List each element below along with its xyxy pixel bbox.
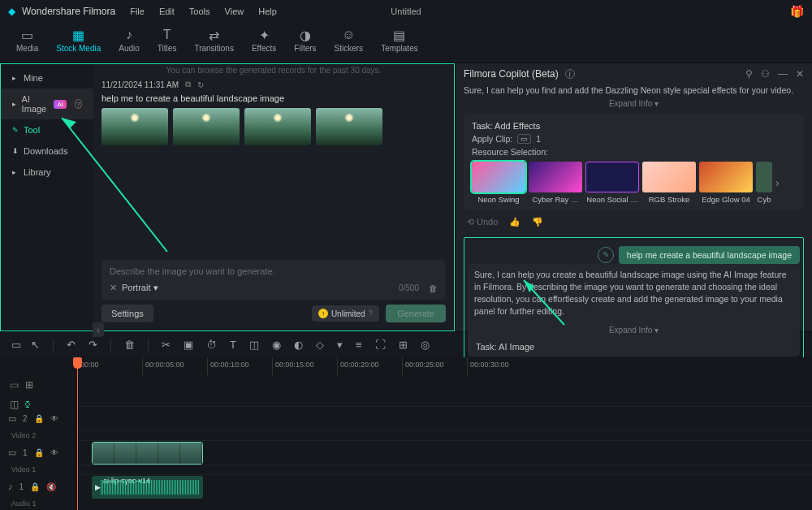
track-a1[interactable]: ▶ ai-lip-sync-v14 [77,474,812,499]
tl-delete-icon[interactable]: 🗑 [124,339,135,351]
collapse-icon[interactable]: ‹ [93,322,104,337]
user-icon[interactable]: ⚇ [761,68,770,80]
track-v1[interactable]: ▶ lip-sync-v14 ✦ [77,440,812,465]
tl-split-icon[interactable]: ✂ [162,339,171,351]
tab-templates[interactable]: ▤Templates [381,28,418,53]
ai-badge: AI [54,100,67,109]
refresh-icon[interactable]: ↻ [197,80,204,89]
tl-record-icon[interactable]: ◉ [272,339,281,351]
playhead[interactable] [77,357,78,510]
tab-stock-media[interactable]: ▦Stock Media [56,28,101,53]
copy-icon[interactable]: ⧉ [185,80,191,89]
ruler-tick[interactable]: 00:00:10:00 [207,357,272,375]
lock-icon[interactable]: 🔒 [34,414,44,423]
gift-icon[interactable]: 🎁 [790,5,804,18]
audio-clip[interactable]: ▶ ai-lip-sync-v14 [92,476,203,499]
unlimited-badge[interactable]: ↑Unlimited? [312,305,379,322]
undo-button[interactable]: ⟲ Undo [467,217,498,227]
menu-help[interactable]: Help [258,6,277,16]
lock-icon[interactable]: 🔒 [34,448,44,457]
tab-audio[interactable]: ♪Audio [119,28,140,53]
generated-thumb[interactable] [244,108,311,145]
effects-icon: ✦ [259,28,270,42]
tab-media[interactable]: ▭Media [16,28,38,53]
fx-edge-glow[interactable]: Edge Glow 04 [699,162,753,204]
char-counter: 0/500 [399,283,419,292]
tl-expand-icon[interactable]: ⛶ [375,339,386,351]
tl-group-icon[interactable]: ⊞ [399,339,408,351]
tl-undo-icon[interactable]: ↶ [67,339,76,351]
close-icon[interactable]: ✕ [796,68,804,80]
tl-track-icon[interactable]: ≡ [356,339,362,351]
tl-mask-icon[interactable]: ◎ [421,339,430,351]
tab-filters[interactable]: ◑Filters [294,28,316,53]
tl-opt1-icon[interactable]: ▭ [10,379,19,391]
aspect-icon[interactable]: ✕ [110,283,117,293]
sidebar-item-mine[interactable]: ▸Mine [1,67,93,89]
fx-cyber-ray[interactable]: Cyber Ray … [529,162,582,204]
tl-redo-icon[interactable]: ↷ [89,339,97,351]
minimize-icon[interactable]: — [778,68,788,80]
tl-color-icon[interactable]: ◐ [294,339,303,351]
tab-effects[interactable]: ✦Effects [252,28,276,53]
fx-rgb-stroke[interactable]: RGB Stroke [642,162,696,204]
fx-next-icon[interactable]: › [775,176,780,189]
menu-tools[interactable]: Tools [189,6,210,16]
tab-transitions[interactable]: ⇄Transitions [194,28,234,53]
generated-thumb[interactable] [173,108,240,145]
ruler-tick[interactable]: 00:00 [77,357,142,375]
tl-mark-icon[interactable]: ▾ [337,339,343,351]
video-clip[interactable]: ▶ lip-sync-v14 ✦ [92,442,203,465]
mute-icon[interactable]: 🔇 [46,482,56,491]
ruler-tick[interactable]: 00:00:05:00 [142,357,207,375]
sidebar-item-ai-image[interactable]: ▸AI ImageAI? [1,89,93,119]
ruler-tick[interactable]: 00:00:25:00 [402,357,467,375]
tl-crop-icon[interactable]: ▣ [184,339,193,351]
copilot-info-icon[interactable]: i [565,69,575,79]
lock-icon[interactable]: 🔒 [30,482,40,491]
tl-crop2-icon[interactable]: ◫ [249,339,259,351]
menu-edit[interactable]: Edit [159,6,175,16]
thumbs-down-icon[interactable]: 👎 [532,217,543,227]
eye-icon[interactable]: 👁 [50,448,58,457]
paste-icon[interactable]: ✎ [598,247,614,263]
settings-button[interactable]: Settings [102,305,153,322]
ruler-tick[interactable]: 00:00:20:00 [337,357,402,375]
track-a1-label[interactable]: ♪1🔒🔇 [0,474,77,499]
track-v1-label[interactable]: ▭1🔒👁 [0,440,77,465]
generated-thumb[interactable] [316,108,382,145]
expand-info-2[interactable]: Expand Info ▾ [468,323,800,337]
sidebar-item-downloads[interactable]: ⬇Downloads [1,140,93,162]
prompt-input[interactable]: Describe the image you want to generate. [110,266,438,276]
track-v2-label[interactable]: ▭2🔒👁 [0,406,77,430]
fx-more[interactable]: Cyb [756,162,772,204]
tl-speed-icon[interactable]: ⏱ [206,339,217,351]
track-v2[interactable] [77,406,812,430]
tl-tool-select[interactable]: ▭ [11,339,21,351]
eye-icon[interactable]: 👁 [50,414,58,423]
trash-icon[interactable]: 🗑 [429,283,438,293]
tab-stickers[interactable]: ☺Stickers [335,28,364,53]
tl-tool-pointer[interactable]: ↖ [31,339,40,351]
pin-icon[interactable]: ⚲ [745,68,753,80]
tab-titles[interactable]: TTitles [158,28,177,53]
info-icon[interactable]: ? [75,99,82,109]
thumbs-up-icon[interactable]: 👍 [509,217,520,227]
menu-view[interactable]: View [225,6,244,16]
fx-neon-social[interactable]: Neon Social … [585,162,639,204]
sidebar-item-library[interactable]: ▸Library [1,162,93,183]
tl-opt2-icon[interactable]: ⊞ [25,379,33,391]
expand-info[interactable]: Expand Info ▾ [464,97,804,110]
menu-file[interactable]: File [130,6,145,16]
generated-thumb[interactable] [102,108,168,145]
tl-text-icon[interactable]: T [230,339,236,351]
track-v1-name: Video 1 [0,465,77,474]
ruler-tick[interactable]: 00:00:30:00 [467,357,532,375]
aspect-select[interactable]: Portrait ▾ [122,283,158,293]
sidebar-item-tool[interactable]: ✎Tool [1,119,93,140]
tl-keyframe-icon[interactable]: ◇ [316,339,324,351]
ruler-tick[interactable]: 00:00:15:00 [272,357,337,375]
fx-neon-swing[interactable]: Neon Swing [472,162,525,204]
track-v2-name: Video 2 [0,430,77,440]
generate-button[interactable]: Generate [386,305,446,322]
